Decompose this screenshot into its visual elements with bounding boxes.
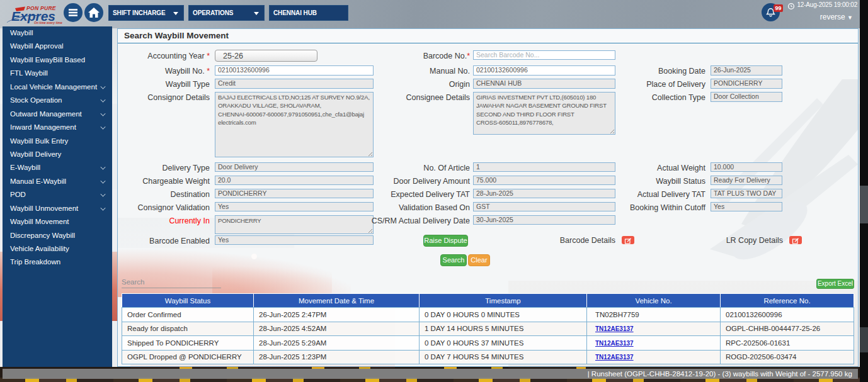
- svg-text:On time every time: On time every time: [34, 21, 62, 25]
